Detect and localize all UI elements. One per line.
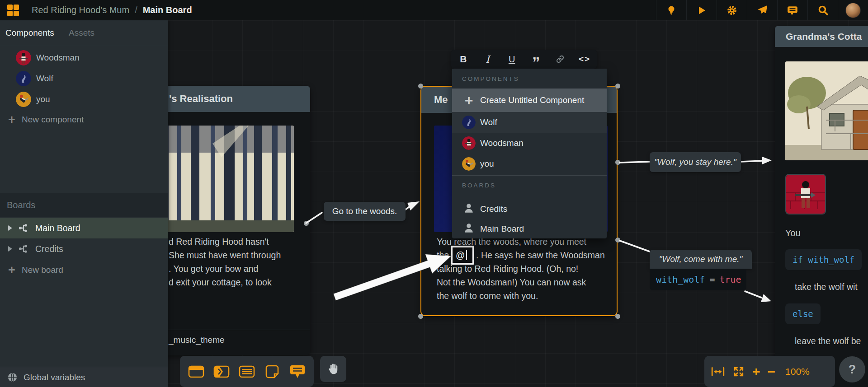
sidebar: Components Assets Woodsman Wolf	[0, 20, 168, 387]
bold-button[interactable]: B	[455, 51, 472, 67]
mention-suffix: . He says he saw the Woodsman	[476, 248, 605, 262]
connector-dot-realisation[interactable]	[304, 221, 309, 226]
card-handle-bottom-right[interactable]	[615, 314, 620, 319]
variable-value: true	[719, 274, 741, 285]
node-tool-panel	[180, 356, 314, 387]
menu-item-board-main[interactable]: Main Board	[452, 219, 607, 238]
woodsman-avatar	[16, 50, 31, 65]
text-line: the wolf to come with you.	[437, 289, 609, 303]
help-button[interactable]: ?	[839, 356, 865, 382]
comment-icon	[288, 364, 307, 379]
condition-chip-else[interactable]: else	[785, 303, 821, 324]
settings-button[interactable]	[717, 0, 747, 20]
card-title: Grandma's Cotta	[786, 31, 862, 42]
pan-tool-button[interactable]	[320, 356, 346, 382]
account-button[interactable]	[838, 0, 868, 20]
mention-token-box[interactable]: @	[451, 246, 474, 265]
branch-tool-button[interactable]	[209, 359, 234, 384]
menu-item-woodsman[interactable]: Woodsman	[452, 133, 607, 154]
edge-label-stay-here[interactable]: "Wolf, you stay here."	[650, 152, 741, 172]
expand-caret-icon[interactable]	[8, 225, 12, 231]
card-body-text[interactable]: You reach the woods, where you meet the …	[437, 235, 609, 303]
comment-tool-button[interactable]	[285, 359, 310, 384]
zoom-level[interactable]: 100%	[785, 366, 810, 377]
search-button[interactable]	[807, 0, 838, 20]
menu-item-label: Main Board	[480, 224, 524, 234]
view-controls-panel: + − 100%	[704, 356, 835, 387]
card-title-bar[interactable]: Grandma's Cotta	[775, 26, 868, 47]
chat-icon	[787, 5, 798, 16]
edge-assignment-code[interactable]: with_wolf = true	[650, 269, 746, 290]
fit-width-button[interactable]	[711, 366, 725, 378]
topbar-actions	[656, 0, 868, 20]
card-body-text[interactable]: d Red Riding Hood hasn't She must have w…	[169, 235, 307, 289]
boards-header-label: Boards	[7, 200, 35, 210]
ideas-button[interactable]	[656, 0, 686, 20]
link-button[interactable]	[552, 51, 568, 67]
menu-item-label: Credits	[480, 204, 507, 214]
card-handle-top-right[interactable]	[615, 84, 620, 89]
card-handle-bottom-left[interactable]	[418, 314, 423, 319]
board-person-icon	[463, 202, 475, 216]
board-label: Credits	[35, 238, 63, 259]
card-title: 's Realisation	[169, 93, 233, 105]
hand-icon	[326, 362, 340, 376]
menu-item-create-component[interactable]: + Create Untitled Component	[452, 89, 607, 112]
expand-caret-icon[interactable]	[8, 246, 12, 252]
zoom-in-button[interactable]: +	[752, 365, 760, 378]
zoom-out-button[interactable]: −	[768, 365, 776, 378]
code-button[interactable]: <>	[576, 51, 593, 67]
text-line: . You get your bow and	[169, 262, 307, 275]
new-component-button[interactable]: + New component	[0, 110, 168, 130]
mention-prefix: the	[437, 248, 449, 262]
top-bar: Red Riding Hood's Mum / Main Board	[0, 0, 868, 20]
edge-label-go-to-woods[interactable]: Go to the woods.	[324, 202, 406, 221]
tab-components[interactable]: Components	[5, 20, 54, 45]
edge-label-text: "Wolf, come with me."	[659, 254, 743, 264]
element-tool-button[interactable]	[184, 359, 209, 384]
italic-button[interactable]: I	[479, 51, 495, 67]
card-title: Me	[434, 94, 448, 106]
woodsman-component-image[interactable]	[785, 174, 826, 214]
connector-dot-stay[interactable]	[615, 160, 620, 165]
new-board-button[interactable]: + New board	[0, 260, 168, 280]
global-variables-button[interactable]: Global variables	[0, 367, 168, 387]
edge-label-come-with-me[interactable]: "Wolf, come with me."	[650, 250, 752, 269]
element-card-grandmas-cottage[interactable]: Grandma's Cotta	[775, 26, 868, 387]
text-caret	[466, 250, 467, 260]
branch-text-else: leave the wolf be	[795, 333, 861, 349]
text-line: d exit your cottage, to look	[169, 275, 307, 289]
fullscreen-button[interactable]	[732, 365, 745, 378]
sidebar-board-main[interactable]: Main Board	[0, 218, 168, 238]
play-button[interactable]	[686, 0, 717, 20]
apps-grid-icon[interactable]	[7, 5, 19, 16]
condition-chip-if[interactable]: if with_wolf	[785, 249, 862, 270]
comments-button[interactable]	[777, 0, 807, 20]
sidebar-item-you[interactable]: you	[0, 89, 168, 110]
note-tool-button[interactable]	[259, 359, 285, 384]
share-button[interactable]	[747, 0, 777, 20]
card-handle-top-left[interactable]	[418, 84, 423, 89]
popup-components-header: COMPONENTS	[462, 72, 519, 86]
sidebar-item-woodsman[interactable]: Woodsman	[0, 47, 168, 68]
underline-button[interactable]: U	[504, 51, 520, 67]
component-mention-you[interactable]: You	[785, 226, 801, 240]
sidebar-item-wolf[interactable]: Wolf	[0, 68, 168, 89]
breadcrumb-separator: /	[135, 5, 137, 15]
menu-item-board-credits[interactable]: Credits	[452, 199, 607, 219]
menu-item-wolf[interactable]: Wolf	[452, 112, 607, 133]
sidebar-board-credits[interactable]: Credits	[0, 238, 168, 259]
element-card-realisation[interactable]: 's Realisation d Red Riding Hood hasn't	[154, 86, 310, 355]
forest-image	[158, 126, 294, 232]
menu-item-label: you	[480, 159, 494, 169]
jumper-tool-button[interactable]	[234, 359, 259, 384]
connector-dot-come[interactable]	[615, 238, 620, 242]
tab-assets[interactable]: Assets	[69, 20, 94, 45]
menu-item-you[interactable]: you	[452, 154, 607, 174]
blockquote-button[interactable]: ”	[528, 51, 544, 67]
search-icon	[817, 5, 829, 16]
breadcrumb-project[interactable]: Red Riding Hood's Mum	[32, 5, 129, 15]
card-title-bar[interactable]: 's Realisation	[154, 86, 310, 112]
card-audio-footer[interactable]: _music_theme	[169, 333, 225, 347]
edge-label-text: Go to the woods.	[332, 206, 397, 216]
